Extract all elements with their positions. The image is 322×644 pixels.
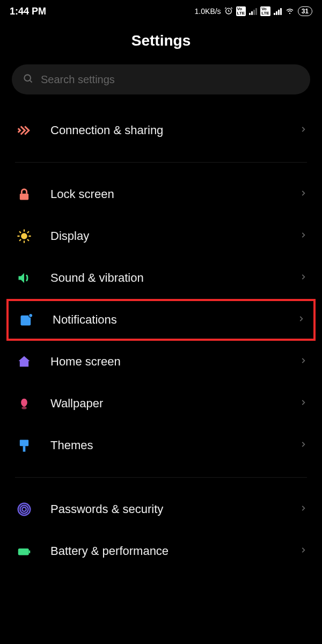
svg-rect-13 bbox=[18, 548, 29, 555]
data-rate: 1.0KB/s bbox=[195, 7, 221, 16]
status-right: 1.0KB/s VoLTE VoLTE 31 bbox=[195, 6, 312, 17]
divider bbox=[15, 477, 307, 478]
search-input[interactable] bbox=[41, 74, 299, 86]
signal-icon-2 bbox=[274, 8, 282, 15]
chevron-right-icon bbox=[299, 229, 307, 243]
svg-point-12 bbox=[22, 507, 26, 511]
search-icon bbox=[23, 73, 33, 86]
svg-point-11 bbox=[20, 506, 28, 514]
chevron-right-icon bbox=[299, 187, 307, 201]
item-label: Sound & vibration bbox=[50, 271, 282, 285]
volte-icon-2: VoLTE bbox=[260, 6, 270, 16]
lock-icon bbox=[15, 185, 33, 203]
item-label: Themes bbox=[50, 438, 282, 452]
status-bar: 1:44 PM 1.0KB/s VoLTE VoLTE 31 bbox=[0, 0, 322, 23]
svg-point-1 bbox=[24, 75, 31, 81]
home-icon bbox=[15, 353, 33, 371]
connection-icon bbox=[15, 121, 33, 140]
alarm-icon bbox=[224, 6, 233, 17]
volte-icon-1: VoLTE bbox=[236, 6, 246, 16]
svg-rect-8 bbox=[20, 440, 28, 447]
item-label: Notifications bbox=[53, 313, 280, 327]
item-label: Passwords & security bbox=[50, 502, 282, 516]
svg-rect-2 bbox=[20, 194, 28, 200]
item-notifications[interactable]: Notifications bbox=[6, 299, 316, 341]
item-display[interactable]: Display bbox=[0, 215, 322, 257]
item-sound-vibration[interactable]: Sound & vibration bbox=[0, 257, 322, 299]
battery-icon: 31 bbox=[298, 6, 312, 16]
chevron-right-icon bbox=[299, 271, 307, 285]
chevron-right-icon bbox=[299, 397, 307, 411]
item-label: Battery & performance bbox=[50, 544, 282, 558]
battery-icon bbox=[15, 542, 33, 560]
svg-rect-9 bbox=[23, 446, 26, 452]
flower-icon bbox=[15, 394, 33, 413]
wifi-icon bbox=[285, 6, 295, 17]
item-battery-performance[interactable]: Battery & performance bbox=[0, 530, 322, 572]
item-wallpaper[interactable]: Wallpaper bbox=[0, 383, 322, 425]
chevron-right-icon bbox=[299, 355, 307, 369]
chevron-right-icon bbox=[299, 123, 307, 137]
search-bar[interactable] bbox=[12, 64, 310, 94]
item-label: Wallpaper bbox=[50, 397, 282, 411]
item-label: Display bbox=[50, 229, 282, 243]
signal-icon-1 bbox=[249, 8, 257, 15]
item-label: Lock screen bbox=[50, 187, 282, 201]
item-passwords-security[interactable]: Passwords & security bbox=[0, 488, 322, 530]
item-label: Home screen bbox=[50, 355, 282, 369]
item-connection-sharing[interactable]: Connection & sharing bbox=[0, 109, 322, 151]
item-themes[interactable]: Themes bbox=[0, 425, 322, 466]
page-title: Settings bbox=[0, 32, 322, 49]
chevron-right-icon bbox=[299, 438, 307, 452]
svg-point-6 bbox=[29, 314, 32, 317]
sun-icon bbox=[15, 227, 33, 245]
status-time: 1:44 PM bbox=[10, 6, 46, 17]
speaker-icon bbox=[15, 269, 33, 287]
svg-point-3 bbox=[21, 233, 27, 239]
brush-icon bbox=[15, 436, 33, 455]
svg-rect-14 bbox=[29, 551, 31, 553]
chevron-right-icon bbox=[297, 313, 305, 327]
item-home-screen[interactable]: Home screen bbox=[0, 341, 322, 383]
chevron-right-icon bbox=[299, 502, 307, 516]
notifications-icon bbox=[17, 311, 35, 329]
fingerprint-icon bbox=[15, 500, 33, 518]
chevron-right-icon bbox=[299, 544, 307, 558]
item-label: Connection & sharing bbox=[50, 123, 282, 137]
svg-point-7 bbox=[21, 407, 26, 409]
item-lock-screen[interactable]: Lock screen bbox=[0, 173, 322, 215]
divider bbox=[15, 162, 307, 163]
